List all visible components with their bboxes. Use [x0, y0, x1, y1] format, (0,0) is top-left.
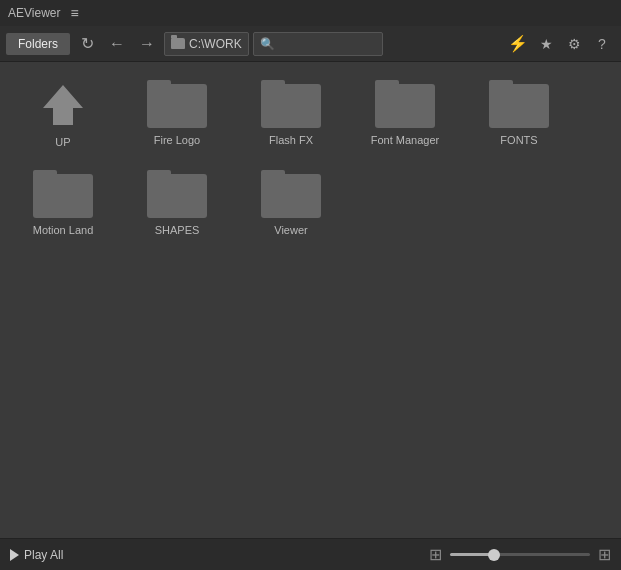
- folder-item-shapes[interactable]: SHAPES: [122, 160, 232, 244]
- folder-item-motion-land[interactable]: Motion Land: [8, 160, 118, 244]
- settings-button[interactable]: ⚙: [561, 31, 587, 57]
- folder-body: [33, 174, 93, 218]
- toolbar: Folders ↻ ← → C:\WORK ⚡ ★ ⚙ ?: [0, 26, 621, 62]
- folder-label: Flash FX: [269, 134, 313, 146]
- star-button[interactable]: ★: [533, 31, 559, 57]
- folder-body: [147, 84, 207, 128]
- lightning-button[interactable]: ⚡: [505, 31, 531, 57]
- main-content: UP Fire Logo Flash FX Font Manager: [0, 62, 621, 538]
- refresh-icon: ↻: [81, 34, 94, 53]
- up-icon: [38, 80, 88, 130]
- play-icon: [10, 549, 19, 561]
- grid-large-icon[interactable]: ⊞: [598, 545, 611, 564]
- folder-label: SHAPES: [155, 224, 200, 236]
- bottombar: Play All ⊞ ⊞: [0, 538, 621, 570]
- zoom-slider-container: [450, 553, 590, 556]
- folder-item-fire-logo[interactable]: Fire Logo: [122, 70, 232, 156]
- folder-label: UP: [55, 136, 70, 148]
- grid-small-icon[interactable]: ⊞: [429, 545, 442, 564]
- path-text: C:\WORK: [189, 37, 242, 51]
- path-display: C:\WORK: [164, 32, 249, 56]
- folder-label: Motion Land: [33, 224, 94, 236]
- folder-item-font-manager[interactable]: Font Manager: [350, 70, 460, 156]
- refresh-button[interactable]: ↻: [74, 31, 100, 57]
- folder-grid: UP Fire Logo Flash FX Font Manager: [8, 70, 613, 244]
- help-icon: ?: [598, 36, 606, 52]
- forward-button[interactable]: →: [134, 31, 160, 57]
- play-all-button[interactable]: Play All: [10, 548, 63, 562]
- back-button[interactable]: ←: [104, 31, 130, 57]
- folder-label: Fire Logo: [154, 134, 200, 146]
- folder-body: [489, 84, 549, 128]
- folder-item-flash-fx[interactable]: Flash FX: [236, 70, 346, 156]
- folder-label: Font Manager: [371, 134, 439, 146]
- toolbar-right-icons: ⚡ ★ ⚙ ?: [505, 31, 615, 57]
- folder-label: FONTS: [500, 134, 537, 146]
- forward-icon: →: [139, 35, 155, 53]
- back-icon: ←: [109, 35, 125, 53]
- path-folder-icon: [171, 38, 185, 49]
- app-title: AEViewer: [8, 6, 60, 20]
- gear-icon: ⚙: [568, 36, 581, 52]
- svg-marker-0: [43, 85, 83, 125]
- folder-icon: [33, 170, 93, 218]
- folder-item-up[interactable]: UP: [8, 70, 118, 156]
- search-input[interactable]: [253, 32, 383, 56]
- folder-icon: [489, 80, 549, 128]
- folder-icon: [375, 80, 435, 128]
- folder-body: [147, 174, 207, 218]
- folder-body: [375, 84, 435, 128]
- titlebar: AEViewer ≡: [0, 0, 621, 26]
- folder-icon: [261, 80, 321, 128]
- play-all-label: Play All: [24, 548, 63, 562]
- folder-label: Viewer: [274, 224, 307, 236]
- menu-icon[interactable]: ≡: [70, 5, 78, 21]
- zoom-slider[interactable]: [450, 553, 590, 556]
- lightning-icon: ⚡: [508, 34, 528, 53]
- help-button[interactable]: ?: [589, 31, 615, 57]
- folder-body: [261, 84, 321, 128]
- folder-body: [261, 174, 321, 218]
- folder-item-viewer[interactable]: Viewer: [236, 160, 346, 244]
- star-icon: ★: [540, 36, 553, 52]
- folder-item-fonts[interactable]: FONTS: [464, 70, 574, 156]
- folder-icon: [147, 170, 207, 218]
- folders-button[interactable]: Folders: [6, 33, 70, 55]
- folder-icon: [261, 170, 321, 218]
- folder-icon: [147, 80, 207, 128]
